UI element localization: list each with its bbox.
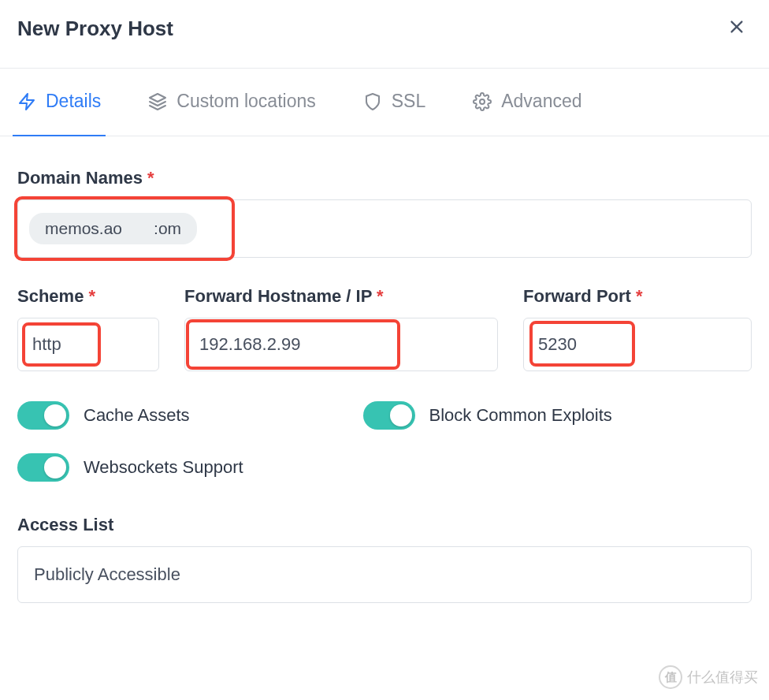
tab-ssl[interactable]: SSL	[358, 69, 430, 136]
forward-host-input[interactable]: 192.168.2.99	[184, 318, 498, 371]
forward-port-value: 5230	[538, 334, 577, 354]
lightning-icon	[17, 92, 36, 111]
scheme-label: Scheme *	[17, 286, 159, 307]
close-icon	[728, 18, 745, 35]
tab-label: Custom locations	[176, 91, 315, 112]
access-list-value: Publicly Accessible	[34, 564, 180, 584]
cache-assets-switch[interactable]	[17, 401, 69, 430]
watermark: 值 什么值得买	[659, 665, 758, 689]
form-body: Domain Names * memos.ao :om Scheme * htt…	[0, 136, 769, 603]
tabs-bar: Details Custom locations SSL Advanced	[0, 69, 769, 136]
forward-port-label: Forward Port *	[523, 286, 752, 307]
watermark-text: 什么值得买	[687, 668, 758, 687]
block-exploits-switch[interactable]	[363, 401, 415, 430]
domain-names-label: Domain Names *	[17, 168, 752, 188]
cache-assets-label: Cache Assets	[84, 405, 190, 426]
layers-icon	[148, 92, 167, 111]
scheme-select[interactable]: http	[17, 318, 159, 371]
access-list-select[interactable]: Publicly Accessible	[17, 546, 752, 603]
forward-host-label: Forward Hostname / IP *	[184, 286, 498, 307]
tab-label: Advanced	[501, 91, 581, 112]
tab-label: SSL	[392, 91, 425, 112]
tab-advanced[interactable]: Advanced	[468, 69, 586, 136]
domain-chip[interactable]: memos.ao :om	[29, 213, 197, 244]
domain-names-input[interactable]: memos.ao :om	[17, 199, 752, 258]
svg-point-4	[480, 99, 485, 104]
access-list-label: Access List	[17, 515, 752, 535]
websockets-label: Websockets Support	[84, 457, 243, 478]
forward-host-value: 192.168.2.99	[199, 334, 300, 354]
toggle-block-exploits: Block Common Exploits	[363, 401, 612, 430]
svg-marker-2	[20, 94, 34, 110]
scheme-value: http	[32, 334, 61, 354]
tab-details[interactable]: Details	[13, 69, 106, 136]
shield-icon	[363, 92, 382, 111]
modal-title: New Proxy Host	[17, 17, 173, 41]
toggle-cache-assets: Cache Assets	[17, 401, 190, 430]
tab-custom-locations[interactable]: Custom locations	[143, 69, 320, 136]
watermark-badge: 值	[659, 665, 682, 689]
modal-header: New Proxy Host	[0, 0, 769, 68]
websockets-switch[interactable]	[17, 453, 69, 482]
block-exploits-label: Block Common Exploits	[429, 405, 612, 426]
toggle-websockets: Websockets Support	[17, 453, 243, 482]
svg-marker-3	[150, 94, 165, 102]
gear-icon	[473, 92, 492, 111]
close-button[interactable]	[722, 14, 752, 43]
forward-port-input[interactable]: 5230	[523, 318, 752, 371]
tab-label: Details	[46, 91, 101, 112]
